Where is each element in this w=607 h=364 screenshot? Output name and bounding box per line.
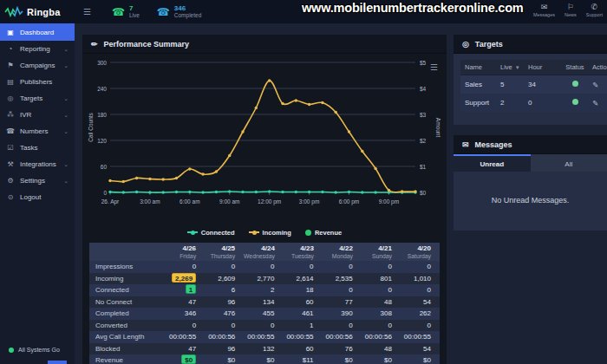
- table-cell: 00:00:56: [205, 331, 244, 343]
- sidebar-item-numbers[interactable]: ☎ Numbers⌄: [0, 123, 75, 140]
- menu-toggle-icon[interactable]: ☰: [83, 7, 91, 16]
- table-cell: 0: [283, 261, 322, 273]
- legend-revenue[interactable]: Revenue: [305, 229, 342, 237]
- sidebar-item-integrations[interactable]: ⚒ Integrations⌄: [0, 156, 75, 172]
- edit-icon[interactable]: ✎: [592, 81, 598, 89]
- sidebar-item-dashboard[interactable]: ▣ Dashboard: [0, 23, 75, 41]
- table-row-connected: Connected16218000: [89, 284, 440, 296]
- table-cell: 801: [362, 273, 401, 285]
- legend-incoming[interactable]: Incoming: [249, 229, 291, 237]
- table-cell: $0: [205, 354, 244, 364]
- svg-text:300: 300: [97, 60, 107, 66]
- sidebar-item-campaigns[interactable]: ⚑ Campaigns⌄: [0, 57, 75, 74]
- sidebar-item-label: Logout: [20, 193, 41, 201]
- live-phone-icon: ☎: [112, 7, 125, 17]
- topbar-action-messages[interactable]: ✉ Messages: [533, 3, 555, 17]
- sidebar-item-tasks[interactable]: ☑ Tasks: [0, 140, 75, 156]
- support-icon: ✆: [586, 3, 603, 12]
- svg-text:120: 120: [97, 138, 107, 144]
- table-cell: 2,614: [283, 273, 322, 285]
- svg-text:Amount: Amount: [435, 118, 441, 138]
- topbar-action-label: Messages: [533, 12, 555, 17]
- performance-summary-panel: ✏ Performance Summary 0$060$1120$2180$32…: [82, 35, 447, 364]
- table-column-header[interactable]: 4/24 Wednesday: [244, 244, 284, 259]
- tab-unread[interactable]: Unread: [454, 154, 531, 172]
- completed-phone-icon: ☎: [157, 7, 170, 17]
- table-cell: 00:00:55: [166, 331, 205, 343]
- sidebar-item-label: Numbers: [20, 127, 48, 135]
- completed-calls-stat[interactable]: ☎ 346 Completed: [157, 5, 201, 19]
- table-row-completed: Completed346476455461390308262: [89, 308, 440, 320]
- edit-icon[interactable]: ✎: [592, 99, 598, 107]
- messages-panel: ✉ Messages UnreadAll No Unread Messages.: [454, 135, 607, 231]
- table-cell: 1,010: [401, 273, 440, 285]
- sort-by-live[interactable]: Live▼: [500, 63, 528, 71]
- targets-header: ◎ Targets: [454, 35, 607, 54]
- brand-name: Ringba: [27, 7, 60, 17]
- target-live: 5: [500, 81, 528, 88]
- table-cell: 96: [205, 343, 244, 355]
- legend-marker-icon: [249, 231, 259, 233]
- table-column-header[interactable]: 4/21 Sunday: [362, 244, 401, 259]
- table-cell: 461: [283, 308, 322, 320]
- chart-area: 0$060$1120$2180$3240$4300$526. Apr3:00 a…: [82, 54, 447, 225]
- legend-connected[interactable]: Connected: [187, 229, 235, 237]
- table-column-header[interactable]: 4/20 Saturday: [401, 244, 440, 259]
- no-messages-text: No Unread Messages.: [492, 196, 570, 205]
- table-cell: 262: [401, 308, 440, 320]
- sidebar-item-publishers[interactable]: ▤ Publishers: [0, 74, 75, 90]
- svg-text:Call Counts: Call Counts: [88, 112, 94, 141]
- table-cell: 0: [401, 261, 440, 273]
- target-row-sales: Sales 5 34 ✎: [460, 75, 607, 94]
- publishers-icon: ▤: [6, 78, 15, 86]
- ringba-logo[interactable]: Ringba: [0, 6, 75, 18]
- chevron-down-icon: ⌄: [63, 112, 69, 119]
- target-name: Support: [460, 99, 500, 107]
- table-cell: 00:00:56: [362, 331, 401, 343]
- scrollbar-thumb[interactable]: [48, 361, 67, 364]
- table-cell: 00:00:55: [244, 331, 283, 343]
- messages-body: No Unread Messages.: [454, 172, 607, 229]
- table-cell: 2: [244, 284, 283, 296]
- table-cell: 346: [166, 308, 205, 320]
- svg-text:6:00 pm: 6:00 pm: [339, 198, 360, 205]
- sidebar-nav: ▣ Dashboard◔ Reporting⌄⚑ Campaigns⌄▤ Pub…: [0, 23, 75, 205]
- table-cell: $11: [283, 354, 322, 364]
- campaigns-icon: ⚑: [6, 62, 15, 69]
- table-column-header[interactable]: 4/26 Friday: [166, 244, 205, 259]
- svg-text:$4: $4: [420, 86, 427, 92]
- row-label: Incoming: [89, 273, 166, 285]
- target-hour: 0: [528, 99, 558, 107]
- topbar-actions: ✉ Messages⚐ News✆ Support: [533, 3, 603, 17]
- tab-all[interactable]: All: [531, 154, 607, 172]
- sidebar-item-ivr[interactable]: ⁂ IVR⌄: [0, 107, 75, 123]
- svg-text:$2: $2: [420, 138, 427, 144]
- topbar-action-support[interactable]: ✆ Support: [586, 3, 603, 17]
- table-column-header[interactable]: 4/23 Tuesday: [284, 244, 323, 259]
- table-column-header[interactable]: 4/25 Thursday: [205, 244, 244, 259]
- dashboard-icon: ▣: [6, 29, 15, 36]
- live-calls-stat[interactable]: ☎ 7 Live: [112, 5, 140, 19]
- row-label: Completed: [89, 308, 166, 320]
- topbar-action-news[interactable]: ⚐ News: [565, 3, 577, 17]
- sidebar-item-settings[interactable]: ⚙ Settings⌄: [0, 172, 75, 189]
- table-cell: 18: [283, 284, 322, 296]
- envelope-icon: ✉: [533, 3, 555, 12]
- target-live: 2: [500, 99, 528, 107]
- table-cell: 0: [166, 320, 205, 332]
- svg-text:0: 0: [103, 190, 107, 196]
- tasks-icon: ☑: [6, 144, 15, 152]
- table-cell: 00:00:55: [283, 331, 322, 343]
- chart-context-menu-icon[interactable]: ☰: [430, 62, 438, 72]
- target-icon: ◎: [462, 40, 469, 49]
- sidebar-item-targets[interactable]: ◎ Targets⌄: [0, 90, 75, 107]
- table-column-header[interactable]: 4/22 Monday: [323, 244, 362, 259]
- chevron-down-icon: ⌄: [63, 161, 69, 168]
- targets-icon: ◎: [6, 94, 15, 102]
- live-label: Live: [129, 12, 140, 18]
- call-stats: ☎ 7 Live ☎ 346 Completed: [112, 5, 201, 19]
- table-cell: 134: [244, 296, 283, 309]
- table-cell: 00:00:55: [401, 331, 440, 343]
- sidebar-item-reporting[interactable]: ◔ Reporting⌄: [0, 41, 75, 57]
- sidebar-item-logout[interactable]: ⊙ Logout: [0, 189, 75, 205]
